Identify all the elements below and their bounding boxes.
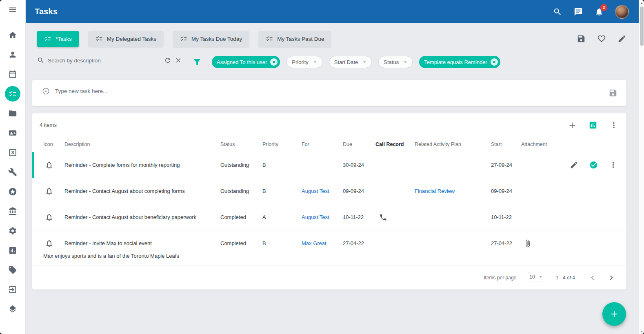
table-row[interactable]: Reminder - Invite Max to social event Co… [32,230,626,266]
filter-chip-assigned-to-this-user[interactable]: Assigned To this user ✕ [212,56,280,68]
scroll-down-arrow[interactable]: ▼ [639,328,644,334]
tab-label: My Tasks Past Due [277,36,324,42]
sidebar-item-tags[interactable] [4,262,21,278]
task-description: Reminder - Contact August about benefici… [64,214,220,220]
next-page-button[interactable] [607,273,616,282]
edit-view-button[interactable] [617,34,626,43]
filter-funnel-icon [193,58,202,66]
filter-chip-start-date[interactable]: Start Date [329,56,372,68]
task-priority: B [262,240,302,246]
chip-label: Assigned To this user [217,59,267,65]
scrollbar-thumb[interactable] [640,7,644,46]
chip-label: Priority [292,59,308,65]
s-module-icon: S [8,148,17,157]
sidebar-item-layers[interactable] [4,301,21,317]
add-task-fab[interactable] [602,302,626,326]
tab-my-tasks-due-today[interactable]: My Tasks Due Today [173,31,249,47]
tasks-checklist-icon [9,90,17,98]
search-button[interactable] [553,7,562,17]
task-note: Max enjoys sports and is a fan of the To… [32,253,626,265]
save-icon [577,34,586,43]
related-activity-plan-link[interactable]: Financial Review [415,188,455,194]
scroll-up-arrow[interactable]: ▲ [639,0,644,6]
tab-label: My Delegated Tasks [107,36,156,42]
column-header-for: For [302,142,343,147]
edit-task-icon[interactable] [570,161,578,169]
call-record-icon[interactable] [379,213,387,221]
row-more-icon[interactable] [609,161,617,169]
column-header-start: Start [491,142,521,147]
vertical-scrollbar[interactable]: ▲ ▼ [639,0,644,334]
sidebar-item-s-module[interactable]: S [4,144,21,161]
chat-button[interactable] [573,7,583,17]
sidebar-item-tasks[interactable] [5,86,20,102]
save-new-task-button[interactable] [608,88,617,97]
chart-view-button[interactable] [588,121,597,130]
attachment-icon[interactable] [524,239,532,248]
contacts-icon [8,128,17,137]
sidebar-menu-button[interactable] [4,2,21,18]
task-status: Completed [220,240,262,246]
table-row[interactable]: Reminder - Contact August about completi… [32,178,626,204]
task-due-date: 30-09-24 [343,162,375,168]
page-size-select[interactable]: 10 [529,274,543,281]
tab-label: *Tasks [56,36,72,42]
save-view-button[interactable] [577,34,586,43]
filter-chips: Assigned To this user ✕ Priority Start D… [212,56,500,68]
table-toolbar: 4 items [32,113,626,137]
home-icon [8,31,17,40]
sidebar-item-contacts[interactable] [4,125,21,141]
user-avatar[interactable] [615,5,629,19]
table-more-button[interactable] [609,121,618,130]
filter-chip-template-equals-reminder[interactable]: Template equals Reminder ✕ [419,56,500,68]
page-size-value: 10 [529,274,535,280]
remove-filter-icon[interactable]: ✕ [270,58,278,66]
sidebar-item-tools[interactable] [4,164,21,180]
column-header-status: Status [220,142,262,147]
previous-page-button[interactable] [588,273,597,282]
task-for-link[interactable]: Max Great [302,240,326,246]
add-circle-icon[interactable] [42,87,50,95]
row-actions [567,161,618,169]
filter-chip-priority[interactable]: Priority [286,56,322,68]
search-input[interactable] [48,58,161,64]
sidebar-item-reports[interactable] [4,242,21,259]
column-header-due: Due [343,142,375,147]
sidebar-item-home[interactable] [4,27,21,43]
sidebar-item-exit[interactable] [4,281,21,298]
remove-filter-icon[interactable]: ✕ [491,58,498,66]
settings-gear-icon [8,226,17,235]
filter-chip-status[interactable]: Status [378,56,413,68]
new-task-input[interactable] [55,88,601,94]
task-for-link[interactable]: August Test [302,188,329,194]
task-status: Completed [220,214,262,220]
table-row[interactable]: Reminder - Complete forms for monthly re… [32,152,626,178]
sidebar-item-stars[interactable] [4,184,21,200]
checklist-icon [180,35,187,42]
layers-icon [8,305,17,314]
sidebar-item-bank[interactable] [4,203,21,219]
clear-search-icon[interactable] [175,57,182,64]
filter-funnel-button[interactable] [193,58,202,66]
sidebar-item-person[interactable] [4,46,21,63]
notifications-button[interactable]: 2 [594,7,604,17]
chip-label: Status [384,59,399,65]
tab-my-delegated-tasks[interactable]: My Delegated Tasks [89,31,163,47]
favorite-view-button[interactable] [597,34,606,43]
add-task-button[interactable] [568,121,577,130]
sidebar-item-settings[interactable] [4,223,21,239]
chat-icon [574,7,583,16]
chevron-down-icon [361,59,368,65]
complete-task-icon[interactable] [589,161,598,169]
table-row[interactable]: Reminder - Contact August about benefici… [32,204,626,230]
sidebar-item-folder[interactable] [4,105,21,122]
range-label: 1 - 4 of 4 [556,275,575,281]
column-header-description: Description [64,142,220,147]
sidebar-item-calendar[interactable] [4,66,21,82]
view-tabs-row: *Tasks My Delegated Tasks My Tasks Due T… [37,31,626,47]
chevron-down-icon [402,59,409,65]
tab-tasks[interactable]: *Tasks [37,31,79,47]
tab-my-tasks-past-due[interactable]: My Tasks Past Due [259,31,331,47]
refresh-icon[interactable] [164,57,171,64]
task-for-link[interactable]: August Test [302,214,329,220]
